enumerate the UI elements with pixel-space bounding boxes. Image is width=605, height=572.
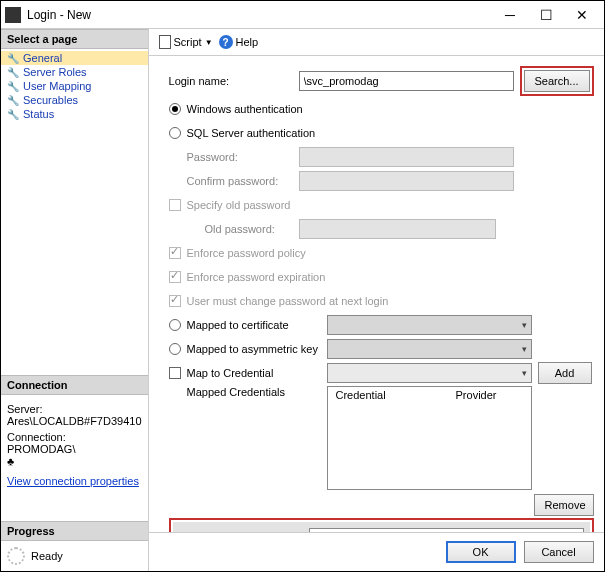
select-page-header: Select a page (1, 29, 148, 49)
wrench-icon: 🔧 (7, 95, 19, 106)
confirm-password-label: Confirm password: (169, 175, 299, 187)
must-change-check (169, 295, 181, 307)
connection-label: Connection: (7, 431, 142, 443)
search-button[interactable]: Search... (524, 70, 590, 92)
old-password-input (299, 219, 496, 239)
help-icon: ? (219, 35, 233, 49)
map-credential-check[interactable] (169, 367, 181, 379)
page-securables[interactable]: 🔧Securables (1, 93, 148, 107)
windows-auth-radio[interactable] (169, 103, 181, 115)
mapped-cert-radio[interactable] (169, 319, 181, 331)
old-password-label: Old password: (169, 223, 299, 235)
confirm-password-input (299, 171, 514, 191)
page-server-roles[interactable]: 🔧Server Roles (1, 65, 148, 79)
window-title: Login - New (27, 8, 492, 22)
server-label: Server: (7, 403, 142, 415)
page-general[interactable]: 🔧General (1, 51, 148, 65)
enforce-policy-label: Enforce password policy (187, 247, 306, 259)
mapped-asym-radio[interactable] (169, 343, 181, 355)
enforce-policy-check (169, 247, 181, 259)
minimize-button[interactable]: ─ (492, 3, 528, 27)
progress-status: Ready (31, 550, 63, 562)
password-input (299, 147, 514, 167)
connection-value: PROMODAG\ (7, 443, 142, 455)
progress-header: Progress (1, 521, 148, 541)
cancel-button[interactable]: Cancel (524, 541, 594, 563)
add-button[interactable]: Add (538, 362, 592, 384)
left-sidebar: Select a page 🔧General 🔧Server Roles 🔧Us… (1, 29, 149, 571)
mapped-cert-combo[interactable]: ▾ (327, 315, 532, 335)
mapped-asym-label: Mapped to asymmetric key (187, 343, 327, 355)
ok-button[interactable]: OK (446, 541, 516, 563)
sql-auth-label: SQL Server authentication (187, 127, 316, 139)
close-button[interactable]: ✕ (564, 3, 600, 27)
password-label: Password: (169, 151, 299, 163)
wrench-icon: 🔧 (7, 81, 19, 92)
login-name-label: Login name: (169, 75, 299, 87)
toolbar: Script ▼ ?Help (149, 29, 605, 56)
form-area: Login name: Search... Windows authentica… (149, 56, 605, 532)
script-icon (159, 35, 171, 49)
enforce-expiration-check (169, 271, 181, 283)
mapped-asym-combo[interactable]: ▾ (327, 339, 532, 359)
dialog-buttons: OK Cancel (149, 532, 605, 571)
must-change-label: User must change password at next login (187, 295, 389, 307)
login-name-input[interactable] (299, 71, 514, 91)
wrench-icon: 🔧 (7, 67, 19, 78)
specify-old-pw-check (169, 199, 181, 211)
mapped-credentials-list[interactable]: CredentialProvider (327, 386, 532, 490)
remove-button[interactable]: Remove (534, 494, 594, 516)
script-button[interactable]: Script ▼ (159, 35, 213, 49)
server-value: Ares\LOCALDB#F7D39410 (7, 415, 142, 427)
help-button[interactable]: ?Help (219, 35, 259, 49)
maximize-button[interactable]: ☐ (528, 3, 564, 27)
cred-col-credential: Credential (336, 389, 456, 401)
wrench-icon: 🔧 (7, 53, 19, 64)
app-icon (5, 7, 21, 23)
wrench-icon: 🔧 (7, 109, 19, 120)
mapped-credentials-label: Mapped Credentials (187, 386, 327, 398)
sql-auth-radio[interactable] (169, 127, 181, 139)
map-credential-combo[interactable]: ▾ (327, 363, 532, 383)
page-user-mapping[interactable]: 🔧User Mapping (1, 79, 148, 93)
cred-col-provider: Provider (456, 389, 497, 401)
map-credential-label: Map to Credential (187, 367, 327, 379)
page-status[interactable]: 🔧Status (1, 107, 148, 121)
mapped-cert-label: Mapped to certificate (187, 319, 327, 331)
progress-spinner-icon (7, 547, 25, 565)
view-connection-properties-link[interactable]: View connection properties (7, 475, 139, 487)
enforce-expiration-label: Enforce password expiration (187, 271, 326, 283)
windows-auth-label: Windows authentication (187, 103, 303, 115)
specify-old-pw-label: Specify old password (187, 199, 291, 211)
connection-header: Connection (1, 375, 148, 395)
title-bar: Login - New ─ ☐ ✕ (1, 1, 604, 29)
